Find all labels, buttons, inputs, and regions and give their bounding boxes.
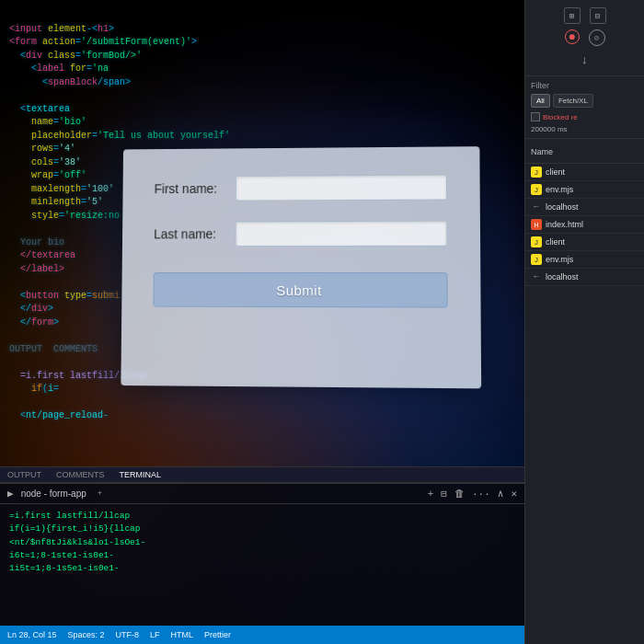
terminal-toolbar: ▶ node - form-app + + ⊟ 🗑 ··· ∧ ✕ — [0, 484, 524, 504]
terminal-path: + — [98, 489, 102, 499]
grid-icon[interactable]: ⊞ — [564, 7, 581, 24]
terminal-content: =i.first lastfill/llcap if(i=1){first_i!… — [0, 504, 524, 618]
blocked-filter-row: Blocked re — [531, 112, 638, 121]
devtools-toolbar: ⊞ ⊟ ⏺ ⊘ ↓ — [525, 0, 644, 76]
item-name: env.mjs — [546, 255, 573, 264]
spaces-indicator: Spaces: 2 — [68, 630, 105, 639]
first-name-row: First name: — [154, 174, 447, 201]
terminal-line: i6t=1;8-1ste1-is0e1- — [9, 549, 515, 562]
js-icon: J — [531, 184, 542, 195]
language-indicator: HTML — [171, 630, 194, 639]
time-filter: 200000 ms — [531, 125, 638, 133]
trash-icon[interactable]: 🗑 — [454, 488, 465, 500]
arrow-icon: ← — [531, 201, 542, 213]
name-column-header: Name — [531, 147, 553, 156]
line-col-indicator: Ln 28, Col 15 — [7, 630, 57, 639]
item-name: index.html — [546, 220, 583, 229]
output-tab-bar: OUTPUT COMMENTS TERMINAL — [0, 466, 524, 483]
status-bar: Ln 28, Col 15 Spaces: 2 UTF-8 LF HTML Pr… — [0, 626, 524, 644]
devtools-list: J client J env.mjs ← localhost H index.h… — [525, 164, 644, 644]
comments-tab[interactable]: COMMENTS — [56, 470, 105, 479]
filter-tabs: All Fetch/XL — [531, 94, 638, 108]
list-item[interactable]: ← localhost — [525, 269, 644, 286]
item-name: localhost — [546, 202, 579, 212]
columns-icon[interactable]: ⊟ — [590, 7, 606, 24]
formatter-indicator: Prettier — [204, 630, 231, 639]
devtools-icon-row-1: ⊞ ⊟ — [529, 7, 640, 24]
terminal-line: =i.first lastfill/llcap — [9, 510, 515, 523]
devtools-filter: Filter All Fetch/XL Blocked re 200000 ms — [525, 76, 644, 139]
add-terminal-icon[interactable]: + — [428, 489, 434, 500]
item-name: localhost — [546, 272, 579, 282]
last-name-label: Last name: — [154, 226, 236, 241]
close-icon[interactable]: ✕ — [511, 488, 517, 500]
terminal-line: if(i=1){first_i!i5}{llcap — [9, 523, 515, 535]
terminal-title-icon: ▶ — [7, 488, 14, 500]
filter-label: Filter — [531, 81, 638, 90]
ellipsis-icon[interactable]: ··· — [472, 489, 490, 500]
terminal-panel: ▶ node - form-app + + ⊟ 🗑 ··· ∧ ✕ =i.fir… — [0, 483, 524, 644]
arrow-icon: ← — [531, 271, 542, 282]
first-name-input[interactable] — [236, 174, 447, 201]
ban-icon[interactable]: ⊘ — [589, 29, 605, 46]
js-icon: J — [531, 236, 542, 247]
list-item[interactable]: J env.mjs — [525, 181, 644, 199]
blocked-label: Blocked re — [543, 113, 578, 121]
form-panel: First name: Last name: Submit — [121, 146, 481, 388]
terminal-line: <nt/$nf8tJi&kls&lo1-lsOe1- — [9, 536, 515, 549]
list-item[interactable]: ← localhost — [525, 199, 644, 216]
js-icon: J — [531, 254, 542, 265]
filter-tab-fetch[interactable]: Fetch/XL — [553, 94, 593, 108]
list-item[interactable]: J env.mjs — [525, 251, 644, 269]
list-item[interactable]: J client — [525, 164, 644, 181]
item-name: env.mjs — [546, 185, 573, 194]
terminal-title: node - form-app — [21, 489, 86, 499]
js-icon: J — [531, 167, 542, 178]
devtools-icon-row-2: ⏺ ⊘ — [529, 29, 640, 46]
list-item[interactable]: H index.html — [525, 216, 644, 234]
terminal-line: 1i5t=1;8-1s5e1-is0e1- — [9, 562, 515, 575]
item-name: client — [546, 167, 565, 177]
devtools-icon-row-3: ↓ — [529, 52, 640, 68]
submit-button[interactable]: Submit — [153, 272, 447, 308]
output-tab[interactable]: OUTPUT — [7, 470, 41, 479]
list-item[interactable]: J client — [525, 234, 644, 251]
html-icon: H — [531, 219, 542, 230]
blocked-checkbox[interactable] — [531, 112, 540, 121]
last-name-input[interactable] — [236, 221, 448, 247]
chevron-up-icon[interactable]: ∧ — [498, 488, 504, 500]
last-name-row: Last name: — [154, 221, 447, 247]
devtools-panel: ⊞ ⊟ ⏺ ⊘ ↓ Filter All Fetch/XL Blocked re… — [524, 0, 644, 644]
line-ending-indicator: LF — [150, 630, 160, 639]
encoding-indicator: UTF-8 — [116, 630, 140, 639]
terminal-tab[interactable]: TERMINAL — [120, 470, 162, 479]
split-terminal-icon[interactable]: ⊟ — [441, 488, 447, 500]
item-name: client — [546, 237, 565, 247]
first-name-label: First name: — [155, 181, 236, 196]
devtools-name-header: Name — [525, 139, 644, 164]
filter-tab-all[interactable]: All — [531, 94, 550, 108]
download-icon[interactable]: ↓ — [577, 52, 593, 68]
record-icon[interactable]: ⏺ — [565, 29, 580, 44]
